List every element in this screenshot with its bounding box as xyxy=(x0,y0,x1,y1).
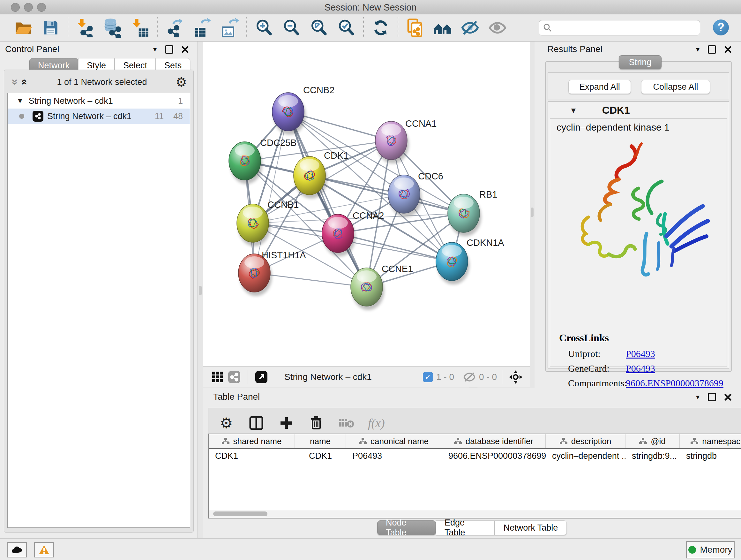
crosslink-label: GeneCard: xyxy=(568,363,626,374)
zoom-out-icon[interactable] xyxy=(278,15,305,41)
network-node-RB1[interactable] xyxy=(448,194,481,236)
network-node-CCNA1[interactable] xyxy=(375,121,409,164)
import-network-database-icon[interactable] xyxy=(99,15,126,41)
close-panel-icon[interactable] xyxy=(724,394,731,401)
tab-node-table[interactable]: Node Table xyxy=(377,520,436,535)
collection-expander-icon[interactable]: ▼ xyxy=(17,97,23,105)
warnings-button[interactable] xyxy=(34,542,54,557)
refresh-icon[interactable] xyxy=(367,15,394,41)
add-column-icon[interactable] xyxy=(278,415,294,431)
left-splitter-handle[interactable] xyxy=(199,286,202,295)
grid-view-icon[interactable] xyxy=(209,369,226,385)
toolbar-separator xyxy=(363,17,364,38)
cloud-status-button[interactable] xyxy=(7,542,27,557)
collapse-all-networks-icon[interactable]: « xyxy=(9,79,18,85)
export-table-icon[interactable] xyxy=(188,15,216,41)
delete-icon[interactable] xyxy=(308,415,325,431)
hide-selected-icon[interactable] xyxy=(456,15,484,41)
close-panel-icon[interactable] xyxy=(724,46,731,53)
gene-expander-icon[interactable]: ▼ xyxy=(569,106,577,115)
function-builder-icon[interactable]: f(x) xyxy=(368,416,385,430)
new-network-from-selection-icon[interactable] xyxy=(401,15,429,41)
tab-network-table[interactable]: Network Table xyxy=(495,520,567,535)
right-splitter-handle[interactable] xyxy=(531,207,534,217)
gear-icon[interactable]: ⚙ xyxy=(218,415,234,431)
table-cell[interactable]: cyclin–dependent ... xyxy=(546,449,625,463)
float-panel-icon[interactable]: ▾ xyxy=(696,45,699,54)
network-edge[interactable] xyxy=(288,112,367,287)
export-network-icon[interactable] xyxy=(161,15,188,41)
network-row[interactable]: String Network – cdk1 11 48 xyxy=(8,109,190,124)
import-table-icon[interactable] xyxy=(126,15,154,41)
zoom-fit-icon[interactable] xyxy=(305,15,333,41)
column-header-shared-name[interactable]: shared name xyxy=(209,434,295,448)
float-panel-icon[interactable]: ▾ xyxy=(153,45,157,54)
network-node-CDK1[interactable] xyxy=(293,157,327,199)
save-session-icon[interactable] xyxy=(37,15,64,41)
scrollbar-thumb[interactable] xyxy=(213,511,267,516)
table-cell[interactable]: P06493 xyxy=(346,449,442,463)
import-network-file-icon[interactable] xyxy=(71,15,99,41)
network-collection-row[interactable]: ▼ String Network – cdk1 1 xyxy=(8,93,190,109)
delete-table-icon[interactable] xyxy=(338,415,354,431)
tree-column-icon xyxy=(222,436,229,446)
table-cell[interactable]: CDK1 xyxy=(295,449,346,463)
network-node-CDC25B[interactable] xyxy=(229,142,262,184)
column-header-database-identifier[interactable]: database identifier xyxy=(442,434,546,448)
open-file-icon[interactable] xyxy=(10,15,37,41)
tree-column-icon xyxy=(454,436,462,446)
network-node-CDKN1A[interactable] xyxy=(436,242,469,285)
network-node-CCNB1[interactable] xyxy=(237,204,270,246)
table-cell[interactable]: CDK1 xyxy=(209,449,295,463)
tab-edge-table[interactable]: Edge Table xyxy=(436,520,495,535)
table-cell[interactable]: stringdb:9... xyxy=(625,449,680,463)
maximize-panel-icon[interactable] xyxy=(708,45,716,54)
export-image-icon[interactable] xyxy=(216,15,243,41)
horizontal-scrollbar[interactable] xyxy=(209,510,741,518)
selected-nodes-checkbox[interactable]: ✓ xyxy=(423,372,433,382)
network-edge[interactable] xyxy=(254,112,288,273)
network-view-canvas[interactable]: CCNB2CCNA1CDC25BCDK1CDC6RB1CCNB1CCNA2CDK… xyxy=(203,42,530,366)
network-node-CDC6[interactable] xyxy=(388,175,421,217)
column-header-name[interactable]: name xyxy=(295,434,346,448)
close-panel-icon[interactable] xyxy=(182,46,189,53)
maximize-panel-icon[interactable] xyxy=(165,45,173,54)
network-share-view-icon[interactable] xyxy=(226,369,243,385)
crosslink-link[interactable]: P06493 xyxy=(626,348,655,359)
tree-column-icon xyxy=(560,436,567,446)
first-neighbors-icon[interactable] xyxy=(429,15,456,41)
show-all-icon[interactable] xyxy=(484,15,511,41)
zoom-in-icon[interactable] xyxy=(250,15,278,41)
column-header-canonical-name[interactable]: canonical name xyxy=(346,434,442,448)
crosslink-link[interactable]: 9606.ENSP00000378699 xyxy=(626,378,724,388)
table-row[interactable]: CDK1CDK1P064939606.ENSP00000378699cyclin… xyxy=(209,449,741,463)
memory-button[interactable]: Memory xyxy=(686,541,735,558)
network-node-CCNE1[interactable] xyxy=(351,268,384,310)
table-cell[interactable]: stringdb xyxy=(680,449,741,463)
network-node-CCNB2[interactable] xyxy=(272,92,306,135)
results-panel: Results Panel ▾ String Expand All Collap… xyxy=(535,42,741,389)
network-graph: CCNB2CCNA1CDC25BCDK1CDC6RB1CCNB1CCNA2CDK… xyxy=(203,42,530,366)
tab-string[interactable]: String xyxy=(619,55,662,69)
columns-icon[interactable] xyxy=(248,415,265,431)
column-header--id[interactable]: @id xyxy=(625,434,680,448)
detach-view-icon[interactable] xyxy=(253,369,270,385)
right-splitter[interactable] xyxy=(530,42,535,388)
column-header-namespace[interactable]: namespace xyxy=(680,434,741,448)
float-panel-icon[interactable]: ▾ xyxy=(696,393,699,401)
zoom-selected-icon[interactable] xyxy=(333,15,360,41)
table-cell[interactable]: 9606.ENSP00000378699 xyxy=(442,449,546,463)
search-input[interactable] xyxy=(552,23,700,33)
birds-eye-view-icon[interactable] xyxy=(508,369,524,385)
expand-all-button[interactable]: Expand All xyxy=(568,80,631,94)
column-label: canonical name xyxy=(370,436,428,446)
crosslink-link[interactable]: P06493 xyxy=(626,363,655,374)
expand-all-networks-icon[interactable]: « xyxy=(21,79,30,85)
column-header-description[interactable]: description xyxy=(546,434,625,448)
network-options-gear-icon[interactable]: ⚙ xyxy=(176,76,187,88)
network-node-CCNA2[interactable] xyxy=(322,214,355,256)
help-button[interactable]: ? xyxy=(713,19,729,36)
collapse-all-button[interactable]: Collapse All xyxy=(641,80,710,94)
left-splitter[interactable] xyxy=(198,42,203,538)
maximize-panel-icon[interactable] xyxy=(708,393,716,401)
